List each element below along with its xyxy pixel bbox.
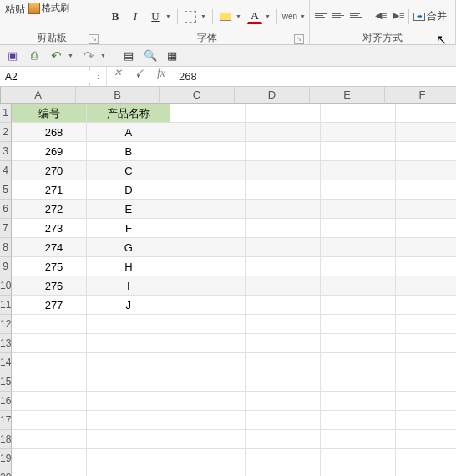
redo-dropdown[interactable]: ▼: [100, 53, 107, 58]
row-header-16[interactable]: 16: [0, 392, 12, 411]
cell-e13[interactable]: [321, 334, 396, 353]
cell-e7[interactable]: [321, 219, 396, 238]
cell-b18[interactable]: [87, 430, 170, 449]
cell-a17[interactable]: [12, 411, 87, 430]
cell-f18[interactable]: [396, 430, 456, 449]
cell-e5[interactable]: [321, 180, 396, 200]
col-header-b[interactable]: B: [76, 87, 160, 104]
col-header-f[interactable]: F: [385, 87, 456, 104]
cell-f20[interactable]: [396, 468, 456, 476]
cell-e16[interactable]: [321, 392, 396, 411]
cell-f9[interactable]: [396, 257, 456, 276]
col-header-e[interactable]: E: [310, 87, 385, 104]
cell-c4[interactable]: [170, 161, 246, 180]
cell-c10[interactable]: [170, 276, 246, 296]
cell-f11[interactable]: [396, 296, 456, 315]
italic-button[interactable]: I: [128, 9, 143, 24]
cell-d3[interactable]: [246, 142, 321, 161]
cell-a18[interactable]: [12, 430, 87, 449]
cell-c18[interactable]: [170, 430, 246, 449]
cell-b3[interactable]: B: [87, 142, 170, 161]
cell-c9[interactable]: [170, 257, 246, 276]
cell-a1[interactable]: 编号: [12, 104, 87, 123]
cell-f6[interactable]: [396, 200, 456, 219]
cell-b13[interactable]: [87, 334, 170, 353]
col-header-c[interactable]: C: [160, 87, 235, 104]
cell-f17[interactable]: [396, 411, 456, 430]
cell-b15[interactable]: [87, 372, 170, 392]
cell-f10[interactable]: [396, 276, 456, 296]
undo-dropdown[interactable]: ▼: [68, 53, 74, 58]
cell-d4[interactable]: [246, 161, 321, 180]
align-top-button[interactable]: [313, 9, 328, 23]
cell-a19[interactable]: [12, 449, 87, 468]
phonetic-button[interactable]: wén: [282, 9, 297, 24]
cell-d9[interactable]: [246, 257, 321, 276]
cell-e19[interactable]: [321, 449, 396, 468]
row-header-10[interactable]: 10: [0, 276, 12, 296]
cell-a8[interactable]: 274: [12, 238, 87, 257]
cell-b9[interactable]: H: [87, 257, 170, 276]
cell-d15[interactable]: [246, 372, 321, 392]
cell-a7[interactable]: 273: [12, 219, 87, 238]
cell-e6[interactable]: [321, 200, 396, 219]
col-header-d[interactable]: D: [235, 87, 310, 104]
cell-b4[interactable]: C: [87, 161, 170, 180]
row-header-5[interactable]: 5: [0, 180, 12, 200]
cell-d5[interactable]: [246, 180, 321, 200]
cell-f15[interactable]: [396, 372, 456, 392]
cell-b1[interactable]: 产品名称: [87, 104, 170, 123]
cell-c3[interactable]: [170, 142, 246, 161]
decrease-indent-button[interactable]: ◀≡: [373, 9, 388, 23]
cell-b16[interactable]: [87, 392, 170, 411]
cell-a11[interactable]: 277: [12, 296, 87, 315]
font-color-button[interactable]: A: [247, 9, 262, 24]
cell-a3[interactable]: 269: [12, 142, 87, 161]
cell-c1[interactable]: [170, 104, 246, 123]
formula-input[interactable]: 268: [172, 67, 456, 86]
font-dialog-launcher[interactable]: ↘: [294, 34, 304, 44]
underline-button[interactable]: U: [148, 9, 163, 24]
cell-e1[interactable]: [321, 104, 396, 123]
cell-d10[interactable]: [246, 276, 321, 296]
cell-c5[interactable]: [170, 180, 246, 200]
cell-e14[interactable]: [321, 353, 396, 372]
cell-d14[interactable]: [246, 353, 321, 372]
cell-e17[interactable]: [321, 411, 396, 430]
cell-e3[interactable]: [321, 142, 396, 161]
cell-a14[interactable]: [12, 353, 87, 372]
row-header-3[interactable]: 3: [0, 142, 12, 161]
row-header-7[interactable]: 7: [0, 219, 12, 238]
cell-f3[interactable]: [396, 142, 456, 161]
font-color-dropdown[interactable]: ▼: [265, 13, 271, 19]
cell-a2[interactable]: 268: [12, 123, 87, 142]
cell-d19[interactable]: [246, 449, 321, 468]
cell-b10[interactable]: I: [87, 276, 170, 296]
cell-c19[interactable]: [170, 449, 246, 468]
cell-b7[interactable]: F: [87, 219, 170, 238]
paste-button[interactable]: 粘贴: [3, 2, 27, 18]
row-header-19[interactable]: 19: [0, 449, 12, 468]
cell-b19[interactable]: [87, 449, 170, 468]
cell-e11[interactable]: [321, 296, 396, 315]
cell-f14[interactable]: [396, 353, 456, 372]
bold-button[interactable]: B: [108, 9, 123, 24]
cell-e12[interactable]: [321, 315, 396, 334]
cell-f16[interactable]: [396, 392, 456, 411]
qat-button-1[interactable]: ▤: [121, 48, 136, 63]
cell-d16[interactable]: [246, 392, 321, 411]
row-header-11[interactable]: 11: [0, 296, 12, 315]
row-header-6[interactable]: 6: [0, 200, 12, 219]
cell-f13[interactable]: [396, 334, 456, 353]
cell-c20[interactable]: [170, 468, 246, 476]
cancel-formula-button[interactable]: ✕: [107, 67, 129, 86]
row-header-8[interactable]: 8: [0, 238, 12, 257]
cell-d12[interactable]: [246, 315, 321, 334]
cell-b14[interactable]: [87, 353, 170, 372]
cell-e15[interactable]: [321, 372, 396, 392]
row-header-17[interactable]: 17: [0, 411, 12, 430]
col-header-a[interactable]: A: [1, 87, 76, 104]
cell-a5[interactable]: 271: [12, 180, 87, 200]
row-header-2[interactable]: 2: [0, 123, 12, 142]
cell-e20[interactable]: [321, 468, 396, 476]
